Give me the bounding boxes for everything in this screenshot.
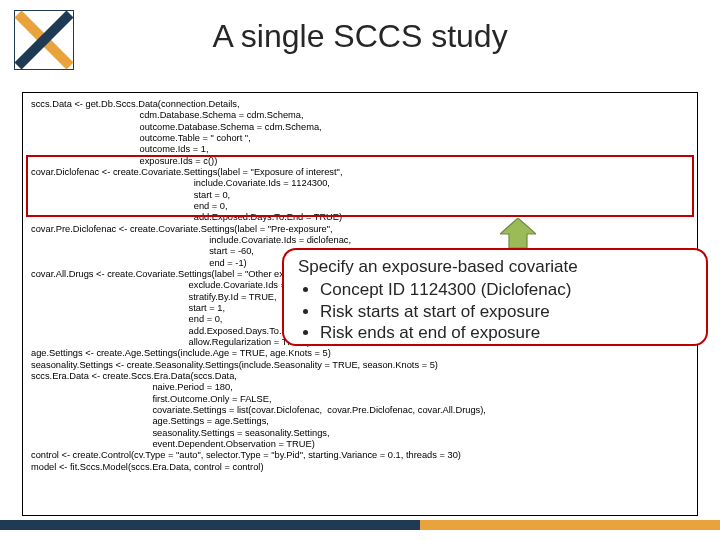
callout-box: Specify an exposure-based covariate Conc… bbox=[282, 248, 708, 346]
callout-list: Concept ID 1124300 (Diclofenac) Risk sta… bbox=[320, 279, 692, 343]
footer-bar-left bbox=[0, 520, 420, 530]
callout-item: Risk ends at end of exposure bbox=[320, 322, 692, 343]
footer-bar-right bbox=[420, 520, 720, 530]
callout-item: Concept ID 1124300 (Diclofenac) bbox=[320, 279, 692, 300]
callout-item: Risk starts at start of exposure bbox=[320, 301, 692, 322]
arrow-up-icon bbox=[500, 218, 536, 248]
callout-title: Specify an exposure-based covariate bbox=[298, 256, 692, 277]
slide-title: A single SCCS study bbox=[0, 18, 720, 55]
slide: A single SCCS study sccs.Data <- get.Db.… bbox=[0, 0, 720, 540]
